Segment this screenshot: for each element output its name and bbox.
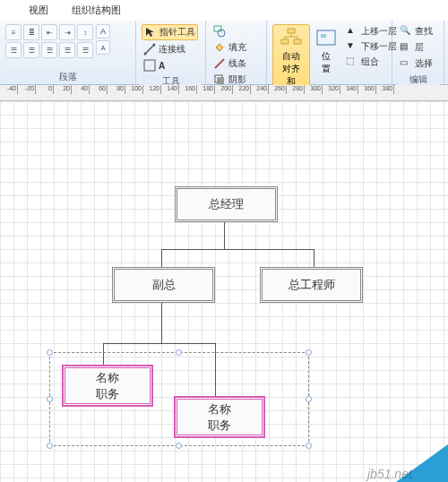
selection-handle[interactable] [306, 443, 312, 449]
select-icon: ▭ [400, 57, 412, 70]
tab-view[interactable]: 视图 [25, 2, 52, 19]
line-label: 线条 [228, 57, 246, 70]
send-backward-button[interactable]: ▼下移一层 [344, 39, 399, 54]
textbox-tool-label: A [159, 61, 165, 71]
bring-forward-label: 上移一层 [361, 25, 397, 38]
org-box-chief-eng-text: 总工程师 [289, 277, 335, 293]
group-shapes: 填充 线条 阴影 形状 [206, 21, 267, 84]
bring-forward-button[interactable]: ▲上移一层 [344, 24, 399, 39]
layers-icon: ▤ [400, 41, 412, 54]
org-box-title: 职务 [208, 417, 231, 434]
connector-line [161, 249, 162, 267]
pointer-icon [144, 26, 157, 39]
increase-font-button[interactable]: A [96, 24, 110, 39]
ruler-tick: 320 [323, 85, 340, 94]
selection-handle[interactable] [47, 396, 53, 402]
align-center-button[interactable]: ☰ [23, 42, 39, 58]
svg-point-0 [144, 53, 147, 56]
ruler-tick: 240 [251, 85, 269, 94]
select-label: 选择 [415, 57, 433, 70]
watermark-domain: jb51.net [367, 467, 412, 481]
position-button[interactable]: 位置 [313, 24, 340, 78]
svg-rect-2 [144, 60, 155, 71]
ruler-tick: 200 [215, 85, 233, 94]
svg-rect-9 [294, 39, 301, 44]
find-button[interactable]: 🔍查找 [398, 24, 435, 39]
group-paragraph: ≡ ≣ ⇤ ⇥ ↕ ☰ ☰ ☰ ☰ ☰ A A 段落 [0, 21, 136, 84]
ruler-tick: 380 [376, 85, 394, 94]
bullets-button[interactable]: ≡ [5, 24, 22, 40]
indent-button[interactable]: ⇥ [59, 24, 75, 40]
svg-rect-8 [281, 39, 289, 44]
org-box-vp-text: 副总 [152, 277, 176, 293]
layers-button[interactable]: ▤层 [398, 40, 426, 55]
group-btn-label: 组合 [361, 56, 379, 68]
ruler-tick: 40 [72, 85, 90, 94]
line-button[interactable]: 线条 [211, 56, 248, 71]
ruler-tick: 80 [108, 85, 125, 94]
org-box-title: 职务 [96, 386, 119, 402]
ruler-tick: -40 [0, 85, 18, 94]
pointer-tool-button[interactable]: 指针工具 [142, 24, 198, 40]
textbox-tool-button[interactable]: A [142, 58, 167, 73]
org-box-new-1[interactable]: 名称 职务 [63, 366, 152, 406]
fill-icon [213, 41, 226, 54]
svg-rect-7 [288, 29, 295, 33]
tab-orgchart[interactable]: 组织结构图 [68, 2, 125, 19]
connector-line [161, 303, 162, 343]
connector-tool-label: 连接线 [159, 43, 185, 56]
ruler-tick: 280 [287, 85, 305, 94]
outdent-button[interactable]: ⇤ [41, 24, 57, 40]
group-edit: 🔍查找 ▤层 ▭选择 编辑 [392, 21, 444, 84]
drawing-canvas[interactable]: 总经理 副总 总工程师 名称 职务 名称 职务 jb51.net 脚本之家教程 [0, 101, 448, 482]
org-box-new-2[interactable]: 名称 职务 [175, 397, 264, 437]
ruler-tick: 180 [197, 85, 215, 94]
watermark: jb51.net 脚本之家教程 [367, 467, 443, 482]
position-label: 位置 [319, 50, 333, 75]
selection-handle[interactable] [176, 349, 182, 356]
org-box-ceo-text: 总经理 [209, 196, 244, 212]
align-left-button[interactable]: ☰ [5, 42, 22, 58]
connector-icon [143, 43, 156, 56]
selection-handle[interactable] [47, 443, 53, 449]
ruler-tick: 220 [233, 85, 251, 94]
numbering-button[interactable]: ≣ [23, 24, 39, 40]
ruler-tick: 360 [358, 85, 376, 94]
decrease-font-button[interactable]: A [96, 40, 110, 55]
autoalign-icon [279, 27, 304, 48]
org-box-name: 名称 [96, 370, 119, 386]
ribbon: ≡ ≣ ⇤ ⇥ ↕ ☰ ☰ ☰ ☰ ☰ A A 段落 [0, 21, 448, 85]
justify-button[interactable]: ☰ [59, 42, 75, 58]
group-button[interactable]: ⬚组合 [344, 55, 399, 69]
select-button[interactable]: ▭选择 [398, 56, 435, 71]
send-backward-icon: ▼ [346, 40, 358, 53]
textbox-icon [143, 59, 156, 72]
shape-gallery-button[interactable] [211, 24, 228, 39]
org-box-vp[interactable]: 副总 [112, 267, 215, 303]
connector-line [103, 343, 215, 344]
selection-handle[interactable] [47, 349, 53, 356]
org-box-name: 名称 [208, 401, 231, 417]
find-icon: 🔍 [400, 25, 412, 38]
selection-handle[interactable] [306, 349, 312, 356]
distribute-button[interactable]: ☰ [77, 42, 93, 58]
svg-point-1 [153, 44, 156, 47]
group-icon: ⬚ [346, 56, 358, 68]
line-icon [213, 57, 226, 70]
layers-label: 层 [415, 41, 424, 54]
ruler-tick: 300 [305, 85, 323, 94]
autoalign-label-1: 自动对齐和 [279, 50, 304, 88]
connector-line [314, 249, 314, 267]
ruler-tick: 260 [269, 85, 287, 94]
ruler-tick: 0 [36, 85, 54, 94]
pointer-tool-label: 指针工具 [159, 26, 195, 39]
align-right-button[interactable]: ☰ [41, 42, 57, 58]
line-spacing-button[interactable]: ↕ [77, 24, 93, 40]
shape-icon [213, 25, 226, 38]
selection-handle[interactable] [176, 443, 182, 449]
connector-tool-button[interactable]: 连接线 [142, 42, 187, 56]
selection-handle[interactable] [306, 396, 312, 402]
org-box-chief-eng[interactable]: 总工程师 [260, 267, 363, 303]
org-box-ceo[interactable]: 总经理 [175, 186, 278, 222]
fill-button[interactable]: 填充 [211, 40, 248, 55]
